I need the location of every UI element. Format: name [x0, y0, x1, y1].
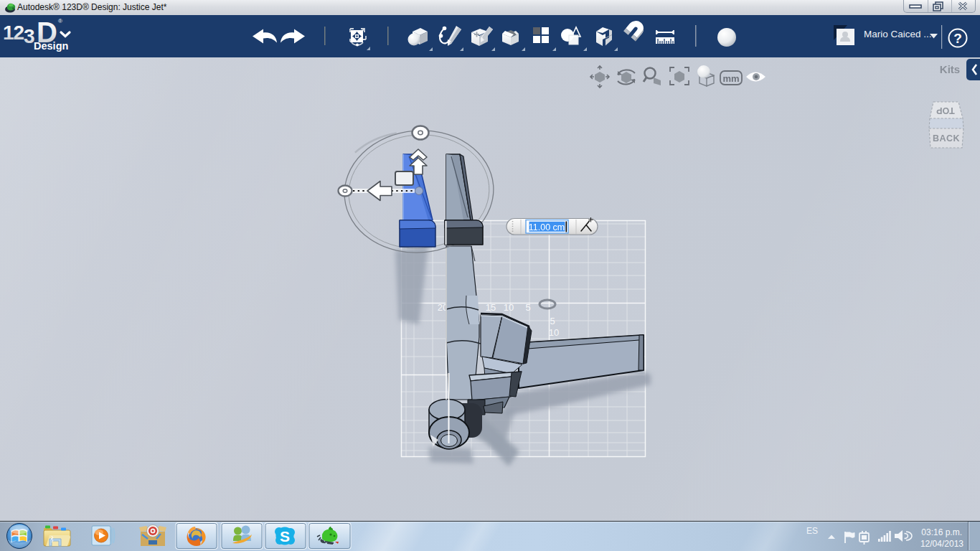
svg-text:10: 10	[504, 302, 514, 313]
svg-text:Mario Caiced ...: Mario Caiced ...	[864, 29, 932, 39]
svg-text:®: ®	[58, 18, 62, 24]
svg-text:10: 10	[549, 327, 559, 338]
svg-text:TOP: TOP	[936, 105, 954, 116]
svg-text:5: 5	[525, 302, 530, 313]
svg-text:ES: ES	[806, 526, 818, 536]
svg-text:5: 5	[550, 316, 555, 326]
svg-text:12: 12	[3, 22, 24, 44]
svg-text:?: ?	[953, 31, 962, 46]
svg-text:Kits: Kits	[940, 63, 960, 75]
svg-text:S: S	[280, 528, 290, 545]
svg-text:11.00 cm: 11.00 cm	[529, 222, 565, 232]
svg-text:Design: Design	[34, 40, 68, 52]
svg-text:03:16 p.m.: 03:16 p.m.	[921, 527, 962, 537]
svg-text:BACK: BACK	[933, 133, 960, 143]
svg-text:12/04/2013: 12/04/2013	[920, 539, 963, 549]
svg-text:mm: mm	[722, 73, 739, 84]
svg-text:15: 15	[486, 302, 496, 313]
